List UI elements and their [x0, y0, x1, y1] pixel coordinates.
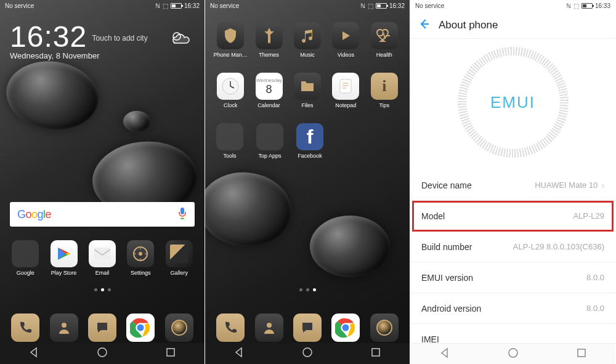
- page-indicator: [0, 288, 205, 291]
- dock: [205, 313, 410, 342]
- svg-rect-31: [578, 349, 585, 357]
- nfc-icon: ℕ: [155, 2, 160, 9]
- dock: [0, 313, 205, 342]
- svg-point-6: [139, 252, 142, 256]
- settings-row-android-version[interactable]: Android version8.0.0: [410, 293, 615, 324]
- app-themes[interactable]: Themes: [252, 22, 286, 58]
- dock-camera[interactable]: [370, 313, 399, 342]
- nav-bar: [205, 343, 410, 364]
- app-google-folder[interactable]: Google: [8, 240, 43, 276]
- svg-rect-1: [180, 208, 184, 214]
- nav-bar: [0, 343, 205, 364]
- battery-icon: [171, 3, 182, 9]
- svg-point-24: [267, 323, 272, 328]
- app-row: Tools Top Apps fFacebook: [205, 123, 410, 159]
- google-search-bar[interactable]: Google: [10, 202, 195, 227]
- row-key: Android version: [421, 304, 481, 313]
- app-play-store[interactable]: Play Store: [47, 240, 81, 276]
- dock-camera[interactable]: [165, 313, 193, 342]
- app-clock[interactable]: Clock: [213, 73, 248, 108]
- settings-list: Device nameHUAWEI Mate 10›ModelALP-L29Bu…: [410, 170, 615, 343]
- mic-icon[interactable]: [177, 207, 187, 222]
- dock-contacts[interactable]: [255, 313, 283, 342]
- battery-save-icon: ⬚: [368, 2, 373, 9]
- nav-home[interactable]: [508, 347, 519, 361]
- row-value: ALP-L29 8.0.0.103(C636): [513, 242, 604, 251]
- svg-rect-29: [372, 349, 379, 356]
- app-tools-folder[interactable]: Tools: [213, 123, 247, 159]
- nav-back[interactable]: [439, 347, 450, 361]
- app-row: Phone Man… Themes Music Videos Health: [205, 22, 410, 58]
- nav-home[interactable]: [302, 347, 313, 360]
- about-phone-screen: No service ℕ⬚16:33 About phone EMUI Devi…: [410, 0, 615, 364]
- nav-recent[interactable]: [370, 347, 381, 360]
- page-title: About phone: [439, 19, 498, 31]
- page-indicator: [205, 288, 410, 291]
- status-bar: No service ℕ⬚16:32: [205, 0, 410, 11]
- status-bar: No service ℕ ⬚ 16:32: [0, 0, 205, 11]
- battery-icon: [582, 3, 593, 9]
- nav-home[interactable]: [97, 347, 108, 360]
- nav-back[interactable]: [233, 347, 245, 360]
- carrier-label: No service: [210, 2, 239, 9]
- svg-rect-20: [340, 79, 351, 93]
- app-email[interactable]: Email: [85, 240, 120, 276]
- weather-icon[interactable]: [169, 30, 191, 51]
- emui-dial: EMUI: [458, 47, 569, 158]
- app-facebook[interactable]: fFacebook: [293, 123, 327, 159]
- settings-header: About phone: [410, 14, 615, 37]
- dock-messages[interactable]: [88, 313, 116, 342]
- status-time: 16:32: [389, 2, 405, 9]
- row-key: EMUI version: [421, 273, 473, 283]
- app-files[interactable]: Files: [290, 73, 325, 108]
- settings-row-device-name[interactable]: Device nameHUAWEI Mate 10›: [410, 170, 615, 201]
- status-bar: No service ℕ⬚16:33: [410, 0, 615, 11]
- settings-row-emui-version[interactable]: EMUI version8.0.0: [410, 262, 615, 293]
- add-city-label[interactable]: Touch to add city: [92, 34, 148, 42]
- app-gallery[interactable]: Gallery: [162, 240, 197, 276]
- dock-chrome[interactable]: [126, 313, 155, 342]
- dock-phone[interactable]: [216, 313, 245, 342]
- dock-chrome[interactable]: [331, 313, 360, 342]
- nfc-icon: ℕ: [566, 2, 571, 9]
- carrier-label: No service: [5, 2, 34, 9]
- app-music[interactable]: Music: [290, 22, 325, 58]
- app-row: Google Play Store Email Settings Gallery: [0, 240, 205, 276]
- svg-point-28: [303, 348, 312, 357]
- home-screen: No service ℕ ⬚ 16:32 16:32 Touch to add …: [0, 0, 205, 364]
- app-settings[interactable]: Settings: [123, 240, 158, 276]
- back-button[interactable]: [418, 18, 430, 33]
- app-calendar[interactable]: Wednesday8Calendar: [252, 73, 286, 108]
- app-tips[interactable]: iTips: [367, 73, 402, 108]
- battery-icon: [376, 3, 387, 9]
- nav-back[interactable]: [28, 347, 39, 360]
- nav-recent[interactable]: [576, 347, 587, 361]
- nav-recent[interactable]: [165, 347, 176, 360]
- app-health[interactable]: Health: [367, 22, 402, 58]
- status-time: 16:33: [595, 2, 610, 9]
- status-time: 16:32: [184, 2, 200, 9]
- row-value: 8.0.0: [586, 273, 604, 282]
- row-key: Device name: [421, 180, 472, 190]
- battery-save-icon: ⬚: [573, 2, 579, 9]
- app-row: Clock Wednesday8Calendar Files Notepad i…: [205, 73, 410, 108]
- chevron-right-icon: ›: [601, 180, 604, 190]
- row-value: HUAWEI Mate 10: [535, 180, 598, 190]
- clock-time: 16:32: [10, 20, 87, 54]
- battery-save-icon: ⬚: [163, 2, 168, 9]
- svg-point-15: [98, 348, 107, 357]
- settings-row-build-number[interactable]: Build numberALP-L29 8.0.0.103(C636): [410, 232, 615, 262]
- app-phone-manager[interactable]: Phone Man…: [213, 22, 248, 58]
- nfc-icon: ℕ: [360, 2, 365, 9]
- clock-widget[interactable]: 16:32 Touch to add city Wednesday, 8 Nov…: [10, 20, 195, 60]
- nav-bar: [410, 343, 615, 364]
- clock-date: Wednesday, 8 November: [10, 51, 195, 60]
- app-videos[interactable]: Videos: [328, 22, 363, 58]
- dock-messages[interactable]: [293, 313, 322, 342]
- google-logo: Google: [17, 208, 51, 221]
- dock-contacts[interactable]: [50, 313, 78, 342]
- svg-rect-16: [167, 349, 174, 356]
- dock-phone[interactable]: [11, 313, 39, 342]
- app-top-apps-folder[interactable]: Top Apps: [253, 123, 287, 159]
- app-notepad[interactable]: Notepad: [328, 73, 363, 108]
